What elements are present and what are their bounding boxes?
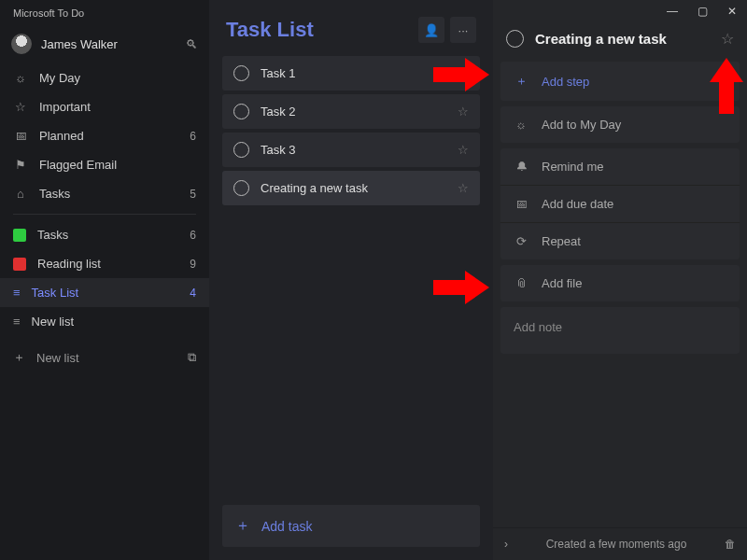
window-minimize-button[interactable]: — <box>657 5 687 18</box>
share-button[interactable]: 👤 <box>418 17 444 43</box>
star-icon: ☆ <box>13 100 28 114</box>
task-row[interactable]: Task 1 ☆ <box>222 56 480 91</box>
list-label: Task List <box>32 286 79 300</box>
calendar-icon: 📅︎ <box>13 129 28 143</box>
paperclip-icon: 📎︎ <box>514 276 529 290</box>
delete-task-icon[interactable]: 🗑︎ <box>725 538 736 551</box>
task-list: Task 1 ☆ Task 2 ☆ Task 3 ☆ Creating a ne… <box>209 56 493 205</box>
remind-label: Remind me <box>542 160 603 174</box>
window-close-button[interactable]: ✕ <box>717 5 747 18</box>
list-count: 6 <box>190 229 196 242</box>
task-label: Task 2 <box>261 105 446 119</box>
list-tasks[interactable]: Tasks 6 <box>0 220 209 249</box>
star-icon[interactable]: ☆ <box>458 105 469 119</box>
file-label: Add file <box>542 276 582 290</box>
share-icon: 👤 <box>424 23 439 37</box>
new-list-button[interactable]: ＋ New list ⧉ <box>0 340 209 375</box>
search-icon[interactable]: 🔍︎ <box>186 37 198 51</box>
task-row[interactable]: Task 2 ☆ <box>222 94 480 129</box>
add-task-button[interactable]: ＋ Add task <box>222 505 480 547</box>
divider <box>13 214 196 215</box>
window-maximize-button[interactable]: ▢ <box>687 5 717 18</box>
new-list-label: New list <box>36 351 79 365</box>
list-label: New list <box>32 315 75 329</box>
plus-icon: ＋ <box>235 516 250 536</box>
created-label: Created a few moments ago <box>508 538 725 551</box>
list-icon: ≡ <box>13 286 21 300</box>
list-count: 9 <box>190 258 196 271</box>
nav-label: Tasks <box>39 187 70 201</box>
due-label: Add due date <box>542 197 613 211</box>
nav-count: 6 <box>190 130 196 143</box>
repeat-button[interactable]: ⟳ Repeat <box>500 222 740 259</box>
nav-flagged-email[interactable]: ⚑ Flagged Email <box>0 150 209 179</box>
nav-my-day[interactable]: ☼ My Day <box>0 63 209 92</box>
complete-toggle[interactable] <box>233 142 249 158</box>
star-icon[interactable]: ☆ <box>458 66 469 80</box>
list-color-icon <box>13 229 26 242</box>
nav-count: 5 <box>190 188 196 201</box>
nav-label: My Day <box>39 71 80 85</box>
task-label: Task 3 <box>261 143 446 157</box>
star-icon[interactable]: ☆ <box>458 181 469 195</box>
list-color-icon <box>13 258 26 271</box>
dots-icon: ··· <box>458 23 469 37</box>
nav-label: Important <box>39 100 91 114</box>
bell-icon: 🔔︎ <box>514 160 529 174</box>
list-label: Reading list <box>37 257 101 271</box>
main-pane: Task List 👤 ··· Task 1 ☆ Task 2 ☆ Task 3… <box>209 0 493 560</box>
add-task-label: Add task <box>261 519 312 534</box>
calendar-icon: 📅︎ <box>514 197 529 211</box>
new-group-icon[interactable]: ⧉ <box>188 350 196 365</box>
nav-important[interactable]: ☆ Important <box>0 92 209 121</box>
my-day-label: Add to My Day <box>542 118 621 132</box>
complete-toggle[interactable] <box>506 30 524 48</box>
complete-toggle[interactable] <box>233 65 249 81</box>
star-icon[interactable]: ☆ <box>458 143 469 157</box>
account-row[interactable]: James Walker 🔍︎ <box>0 28 209 63</box>
plus-icon: ＋ <box>13 349 25 366</box>
list-icon: ≡ <box>13 315 21 329</box>
due-date-button[interactable]: 📅︎ Add due date <box>500 185 740 222</box>
task-label: Task 1 <box>261 66 446 80</box>
sidebar: Microsoft To Do James Walker 🔍︎ ☼ My Day… <box>0 0 209 560</box>
list-options-button[interactable]: ··· <box>450 17 476 43</box>
user-name: James Walker <box>41 37 176 51</box>
home-icon: ⌂ <box>13 187 28 201</box>
sun-icon: ☼ <box>13 71 28 85</box>
nav-planned[interactable]: 📅︎ Planned 6 <box>0 121 209 150</box>
task-title[interactable]: Creating a new task <box>535 31 710 47</box>
sun-icon: ☼ <box>514 118 529 132</box>
add-step-label: Add step <box>542 75 589 89</box>
repeat-label: Repeat <box>542 234 581 248</box>
task-row[interactable]: Task 3 ☆ <box>222 133 480 167</box>
complete-toggle[interactable] <box>233 104 249 119</box>
nav-label: Flagged Email <box>39 158 117 172</box>
task-row[interactable]: Creating a new task ☆ <box>222 171 480 205</box>
add-to-my-day-button[interactable]: ☼ Add to My Day <box>500 106 740 143</box>
complete-toggle[interactable] <box>233 180 249 196</box>
window-controls: — ▢ ✕ <box>493 0 747 22</box>
add-step-button[interactable]: ＋ Add step <box>500 62 740 101</box>
nav-tasks[interactable]: ⌂ Tasks 5 <box>0 179 209 208</box>
list-reading-list[interactable]: Reading list 9 <box>0 249 209 278</box>
list-task-list[interactable]: ≡Task List 4 <box>0 278 209 307</box>
remind-me-button[interactable]: 🔔︎ Remind me <box>500 148 740 185</box>
important-star-icon[interactable]: ☆ <box>721 30 734 48</box>
note-field[interactable]: Add note <box>500 307 740 354</box>
list-new-list[interactable]: ≡New list <box>0 307 209 336</box>
add-file-button[interactable]: 📎︎ Add file <box>500 265 740 301</box>
detail-pane: — ▢ ✕ Creating a new task ☆ ＋ Add step ☼… <box>493 0 747 560</box>
avatar <box>11 34 32 54</box>
app-title: Microsoft To Do <box>0 0 209 28</box>
nav-label: Planned <box>39 129 84 143</box>
list-title: Task List <box>226 18 413 42</box>
flag-icon: ⚑ <box>13 158 28 172</box>
list-count: 4 <box>190 287 196 300</box>
plus-icon: ＋ <box>514 73 529 90</box>
task-label: Creating a new task <box>261 181 446 195</box>
repeat-icon: ⟳ <box>514 234 529 248</box>
list-label: Tasks <box>37 228 68 242</box>
